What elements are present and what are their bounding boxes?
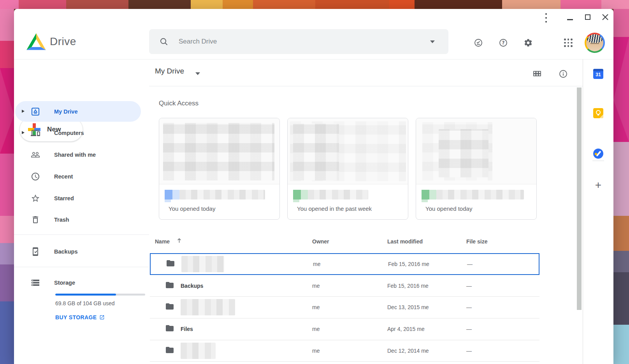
redacted-title-blob: [436, 190, 524, 200]
avatar-hat: [587, 34, 603, 43]
row-owner: me: [312, 348, 320, 354]
grid-view-icon[interactable]: [532, 69, 542, 79]
title-caret-icon[interactable]: [195, 72, 200, 75]
google-tasks-icon[interactable]: [593, 149, 603, 159]
minimize-icon[interactable]: [567, 19, 573, 20]
card-title-redacted: [422, 190, 524, 200]
google-calendar-icon[interactable]: 31: [593, 69, 603, 79]
column-header-size: File size: [466, 238, 487, 245]
toolbar-divider: [149, 86, 583, 86]
buy-storage-link[interactable]: BUY STORAGE: [55, 314, 105, 320]
quick-access-heading: Quick Access: [159, 99, 199, 108]
row-owner: me: [312, 326, 320, 332]
table-row[interactable]: Files me Apr 4, 2015 me —: [150, 318, 539, 340]
help-icon[interactable]: ?: [499, 38, 508, 47]
column-header-name[interactable]: Name: [155, 238, 170, 245]
sidebar-item-label: Shared with me: [54, 152, 96, 158]
row-owner: me: [312, 304, 320, 310]
people-icon: [31, 150, 40, 159]
scrollbar-thumb[interactable]: [577, 88, 582, 310]
redacted-name-blob: [181, 299, 235, 315]
expand-arrow-icon[interactable]: [22, 110, 25, 113]
sidebar-item-trash[interactable]: Trash: [14, 209, 149, 230]
info-icon[interactable]: [559, 69, 568, 79]
star-icon: [31, 194, 40, 203]
table-row[interactable]: Backups me Feb 15, 2016 me —: [150, 275, 539, 296]
account-avatar[interactable]: [585, 33, 605, 53]
row-size: —: [466, 304, 472, 310]
settings-gear-icon[interactable]: [524, 38, 533, 47]
sidebar-item-label: Recent: [54, 173, 73, 180]
sidebar-item-starred[interactable]: Starred: [14, 188, 149, 209]
sidebar-item-backups[interactable]: Backups: [14, 241, 149, 262]
sidebar-item-label: Trash: [54, 217, 69, 223]
external-link-icon: [99, 315, 105, 320]
sidebar-divider: [14, 234, 149, 235]
my-drive-icon: [31, 107, 40, 116]
expand-arrow-icon[interactable]: [22, 131, 25, 134]
table-row[interactable]: [150, 361, 539, 364]
quick-access-card[interactable]: You opened today: [159, 118, 280, 220]
row-modified: Dec 12, 2014 me: [387, 348, 429, 354]
row-size: —: [466, 348, 472, 354]
sort-ascending-icon[interactable]: [176, 237, 183, 245]
doc-type-icon: [165, 190, 172, 200]
add-panel-app-button[interactable]: +: [592, 179, 604, 191]
row-owner: me: [312, 283, 320, 289]
storage-progress-fill: [55, 294, 116, 296]
table-row[interactable]: me Dec 13, 2015 me —: [150, 296, 539, 318]
drive-logo: [26, 32, 47, 51]
folder-icon: [165, 280, 174, 291]
quick-access-card[interactable]: You opened in the past week: [287, 118, 408, 220]
backups-phone-check-icon: [31, 247, 40, 256]
card-thumbnail-redacted: [416, 118, 536, 184]
breadcrumb-title[interactable]: My Drive: [155, 66, 184, 76]
storage-icon: [31, 278, 40, 287]
card-thumbnail-redacted: [288, 118, 408, 184]
sidebar-divider: [14, 267, 149, 267]
side-panel-divider: [583, 59, 583, 364]
storage-usage-text: 69.8 GB of 104 GB used: [55, 300, 115, 306]
wallpaper-left-strip: [0, 9, 14, 364]
search-options-caret-icon[interactable]: [430, 40, 435, 43]
google-apps-icon[interactable]: [564, 38, 573, 47]
close-icon[interactable]: [602, 14, 609, 21]
computers-icon: [31, 128, 40, 138]
search-input[interactable]: [179, 29, 397, 54]
sidebar-item-storage[interactable]: Storage: [14, 272, 149, 293]
redacted-name-blob: [181, 343, 216, 359]
row-size: —: [466, 326, 472, 332]
row-modified: Feb 15, 2016 me: [387, 283, 429, 289]
card-title-redacted: [293, 190, 368, 200]
folder-icon: [165, 324, 174, 334]
offline-status-icon[interactable]: [474, 38, 483, 47]
google-keep-icon[interactable]: [593, 108, 603, 118]
row-modified: Dec 13, 2015 me: [387, 304, 429, 310]
sidebar-item-my-drive[interactable]: My Drive: [14, 101, 149, 122]
clock-icon: [31, 172, 40, 181]
redacted-title-blob: [308, 190, 368, 200]
table-row[interactable]: me Dec 12, 2014 me —: [150, 340, 539, 361]
sidebar-item-computers[interactable]: Computers: [14, 122, 149, 144]
svg-text:?: ?: [502, 40, 505, 46]
table-row[interactable]: me Feb 15, 2016 me —: [150, 253, 539, 275]
row-modified: Apr 4, 2015 me: [387, 326, 425, 332]
sidebar-item-recent[interactable]: Recent: [14, 166, 149, 187]
folder-icon: [165, 345, 174, 356]
doc-type-icon-light: [172, 190, 179, 200]
row-modified: Feb 15, 2016 me: [388, 261, 429, 267]
drive-window: Drive ?: [14, 9, 613, 364]
maximize-icon[interactable]: [585, 14, 590, 20]
sidebar-item-label: My Drive: [54, 108, 77, 115]
card-title-redacted: [165, 190, 265, 200]
doc-accent-tab: [422, 200, 428, 202]
sidebar-item-shared-with-me[interactable]: Shared with me: [14, 144, 149, 165]
sidebar-item-label: Storage: [54, 280, 75, 286]
folder-icon: [166, 259, 175, 270]
doc-type-icon-light: [301, 190, 308, 200]
overflow-menu-icon[interactable]: [544, 13, 548, 23]
avatar-face: [586, 34, 603, 51]
row-name: Files: [181, 326, 193, 332]
screen: Drive ?: [0, 0, 629, 364]
quick-access-card[interactable]: You opened today: [416, 118, 537, 220]
